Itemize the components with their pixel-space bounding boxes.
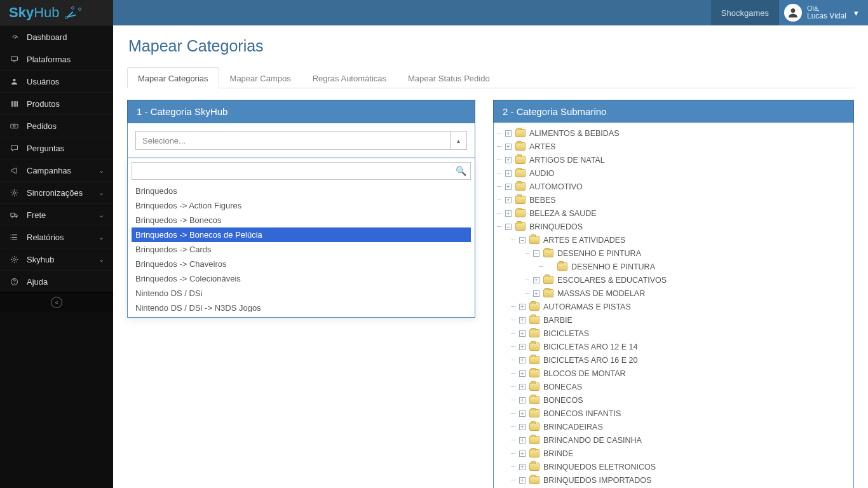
expand-icon[interactable]: + (519, 317, 526, 323)
sidebar-item-skyhub[interactable]: Skyhub⌄ (0, 248, 113, 270)
expand-icon[interactable]: + (519, 464, 526, 470)
tree-node[interactable]: ┈+BRINCADEIRAS (508, 420, 851, 433)
tree-node[interactable]: ┈+BONECAS (508, 380, 851, 393)
tree-node[interactable]: ┈+BONECOS (508, 393, 851, 407)
expand-icon[interactable]: + (519, 477, 526, 484)
chevron-down-icon: ⌄ (98, 233, 104, 241)
dropdown-option[interactable]: Nintendo DS / DSi (132, 286, 471, 301)
folder-icon (529, 302, 539, 311)
dropdown-option[interactable]: Brinquedos -> Bonecos de Pelúcia (132, 227, 471, 242)
tab-mapear-status-pedido[interactable]: Mapear Status Pedido (397, 67, 501, 88)
expand-icon[interactable]: + (505, 144, 512, 150)
sidebar-item-produtos[interactable]: Produtos (0, 92, 113, 114)
avatar-icon (784, 4, 802, 22)
sidebar-item-usu-rios[interactable]: Usuários (0, 70, 113, 92)
tree-node[interactable]: ┈+MASSAS DE MODELAR (522, 287, 851, 300)
dropdown-option[interactable]: Brinquedos -> Cards (132, 242, 471, 257)
sidebar-item-plataformas[interactable]: Plataformas (0, 48, 113, 70)
tree-node[interactable]: ┈+ALIMENTOS & BEBIDAS (494, 126, 851, 140)
dropdown-search[interactable]: 🔍 (132, 162, 471, 180)
expand-icon[interactable]: + (505, 170, 512, 177)
tree-node[interactable]: ┈+AUTORAMAS E PISTAS (508, 300, 851, 313)
tree-node[interactable]: ┈DESENHO E PINTURA (536, 260, 851, 273)
collapse-icon[interactable]: − (505, 224, 512, 230)
expand-icon[interactable]: + (519, 384, 526, 390)
dropdown-option[interactable]: Brinquedos -> Bonecos (132, 213, 471, 227)
sidebar-item-ajuda[interactable]: Ajuda (0, 270, 113, 292)
dropdown-option[interactable]: Brinquedos (132, 184, 471, 198)
tree-node[interactable]: ┈+BRINQUEDOS IMPORTADOS (508, 473, 851, 487)
brand-logo[interactable]: SkyHub (0, 0, 113, 25)
expand-icon[interactable]: + (505, 130, 512, 137)
category-select[interactable]: Selecione... ▴ (135, 131, 467, 150)
tree-node[interactable]: ┈−BRINQUEDOS (494, 220, 851, 233)
dropdown-option[interactable]: Nintendo DS / DSi -> N3DS Jogos (132, 301, 471, 312)
expand-icon[interactable]: + (533, 277, 539, 283)
dropdown-option[interactable]: Brinquedos -> Chaveiros (132, 257, 471, 271)
folder-icon (515, 196, 526, 204)
expand-icon[interactable]: + (505, 210, 512, 217)
sidebar-item-frete[interactable]: Frete⌄ (0, 203, 113, 226)
expand-icon[interactable]: + (519, 397, 526, 403)
gear-icon (9, 187, 19, 198)
tree-node[interactable]: ┈+BARBIE (508, 313, 851, 327)
collapse-icon[interactable]: − (519, 237, 526, 243)
tree-node[interactable]: ┈+BELEZA & SAUDE (494, 207, 851, 220)
tree-node[interactable]: ┈−DESENHO E PINTURA (522, 247, 851, 260)
expand-icon[interactable]: + (519, 437, 526, 444)
page-title: Mapear Categorias (128, 37, 854, 55)
tree-node[interactable]: ┈+BICICLETAS (508, 327, 851, 340)
tree-node[interactable]: ┈+BRINDE (508, 447, 851, 460)
expand-icon[interactable]: + (519, 344, 526, 350)
dropdown-option[interactable]: Brinquedos -> Action Figures (132, 198, 471, 213)
sidebar-item-campanhas[interactable]: Campanhas⌄ (0, 159, 113, 181)
tab-regras-autom-ticas[interactable]: Regras Automáticas (302, 67, 397, 88)
chevron-down-icon: ▾ (854, 8, 858, 18)
tab-mapear-campos[interactable]: Mapear Campos (219, 67, 302, 88)
sidebar-item-pedidos[interactable]: Pedidos (0, 114, 113, 137)
tree-node[interactable]: ┈+ESCOLARES & EDUCATIVOS (522, 273, 851, 287)
expand-icon[interactable]: + (533, 290, 539, 297)
expand-icon[interactable]: + (519, 304, 526, 310)
folder-icon (529, 476, 539, 484)
tree-node[interactable]: ┈+BRINQUEDOS ELETRONICOS (508, 460, 851, 473)
sidebar-item-sincroniza-es[interactable]: Sincronizações⌄ (0, 181, 113, 203)
folder-icon (557, 262, 567, 271)
tree-node[interactable]: ┈+ARTES (494, 140, 851, 153)
tree-node[interactable]: ┈+BICICLETAS ARO 12 E 14 (508, 340, 851, 353)
sidebar-item-label: Campanhas (27, 166, 71, 175)
sidebar-item-relat-rios[interactable]: Relatórios⌄ (0, 226, 113, 248)
dropdown-search-input[interactable] (136, 166, 456, 176)
folder-icon (515, 142, 526, 151)
expand-icon[interactable]: + (505, 197, 512, 203)
expand-icon[interactable]: + (519, 357, 526, 363)
expand-icon[interactable]: + (505, 184, 512, 190)
expand-icon[interactable]: + (505, 157, 512, 163)
collapse-icon[interactable]: − (533, 250, 539, 257)
tree-node[interactable]: ┈+BEBES (494, 193, 851, 207)
tree-node[interactable]: ┈+BRINCANDO DE CASINHA (508, 433, 851, 447)
tree-node[interactable]: ┈+AUDIO (494, 166, 851, 180)
expand-icon[interactable]: + (519, 424, 526, 430)
tree-node-label: BICICLETAS (543, 329, 589, 338)
dropdown-list[interactable]: BrinquedosBrinquedos -> Action FiguresBr… (132, 184, 471, 312)
tree-node[interactable]: ┈+BICICLETAS ARO 16 E 20 (508, 353, 851, 367)
sidebar-item-perguntas[interactable]: Perguntas (0, 137, 113, 159)
expand-icon[interactable]: + (519, 451, 526, 457)
tab-mapear-categorias[interactable]: Mapear Categorias (127, 67, 219, 88)
sidebar-item-label: Pedidos (27, 121, 57, 131)
sidebar-item-dashboard[interactable]: Dashboard (0, 25, 113, 48)
dropdown-option[interactable]: Brinquedos -> Colecionáveis (132, 271, 471, 286)
tree-node[interactable]: ┈+BLOCOS DE MONTAR (508, 367, 851, 380)
user-menu[interactable]: Olá, Lucas Vidal ▾ (779, 0, 868, 25)
tree-node[interactable]: ┈+ARTIGOS DE NATAL (494, 153, 851, 166)
tree-node-label: BRINQUEDOS IMPORTADOS (543, 476, 651, 485)
expand-icon[interactable]: + (519, 370, 526, 377)
tree-node[interactable]: ┈−ARTES E ATIVIDADES (508, 233, 851, 247)
tree-node[interactable]: ┈+AUTOMOTIVO (494, 180, 851, 193)
tenant-switch[interactable]: Shockgames (711, 0, 779, 25)
sidebar-collapse-button[interactable]: « (0, 292, 113, 311)
expand-icon[interactable]: + (519, 410, 526, 417)
expand-icon[interactable]: + (519, 330, 526, 337)
tree-node[interactable]: ┈+BONECOS INFANTIS (508, 407, 851, 420)
